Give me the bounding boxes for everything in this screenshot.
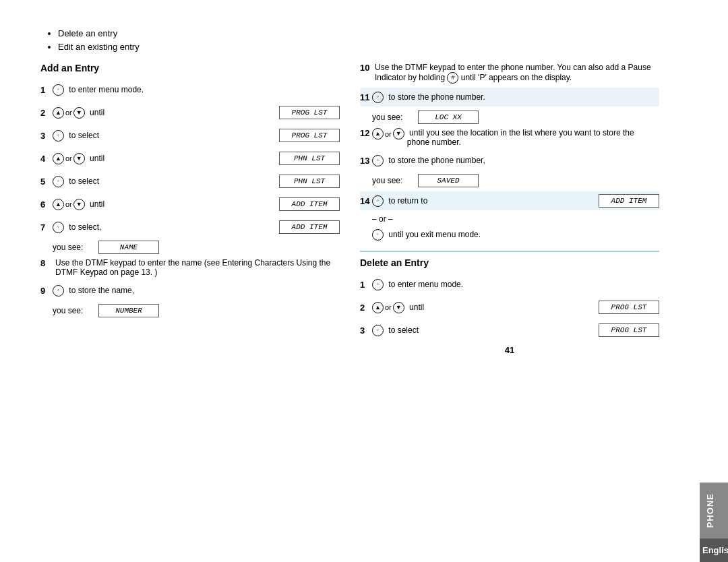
menu-icon-14b: ◦ — [372, 229, 384, 241]
menu-icon-d3: ◦ — [372, 325, 384, 336]
you-see-9-label: you see: — [53, 306, 93, 315]
col-left: Add an Entry 1 ◦ to enter menu mode. 2 ▲… — [40, 63, 340, 535]
down-icon-6: ▼ — [73, 199, 85, 210]
or-label-d2: or — [385, 303, 392, 311]
section-divider — [360, 251, 659, 252]
step-4-text: until — [85, 154, 279, 163]
step-13-num: 13 — [360, 156, 372, 166]
menu-icon-14: ◦ — [372, 195, 384, 207]
step-14-row: 14 ◦ to return to ADD ITEM — [360, 191, 659, 210]
lcd-you-see-7: NAME — [98, 241, 159, 254]
down-icon-d2: ▼ — [393, 302, 404, 313]
del-step-1-num: 1 — [360, 280, 372, 290]
step-13-text: to store the phone number, — [384, 156, 659, 165]
step-7-num: 7 — [40, 222, 53, 232]
step-8-text: Use the DTMF keypad to enter the name (s… — [53, 258, 340, 277]
menu-icon-13: ◦ — [372, 155, 384, 166]
lcd-7: ADD ITEM — [279, 220, 340, 234]
step-3-num: 3 — [40, 131, 53, 141]
up-icon-d2: ▲ — [372, 302, 384, 313]
top-bullets: Delete an entry Edit an existing entry — [40, 27, 659, 53]
two-col-layout: Add an Entry 1 ◦ to enter menu mode. 2 ▲… — [40, 63, 659, 535]
del-step-1-row: 1 ◦ to enter menu mode. — [360, 275, 659, 294]
down-icon-2: ▼ — [73, 107, 85, 119]
or-label-2: or — [65, 108, 72, 117]
or-label-12: or — [385, 130, 392, 138]
del-step-2-row: 2 ▲ or ▼ until PROG LST — [360, 298, 659, 317]
you-see-11-label: you see: — [372, 113, 413, 122]
del-step-3-num: 3 — [360, 325, 372, 336]
menu-icon-3: ◦ — [53, 130, 64, 142]
step-1-num: 1 — [40, 85, 53, 95]
del-step-3-row: 3 ◦ to select PROG LST — [360, 321, 659, 340]
step-12-num: 12 — [360, 128, 372, 138]
step-13-row: 13 ◦ to store the phone number, — [360, 151, 659, 170]
step-6-row: 6 ▲ or ▼ until ADD ITEM — [40, 195, 340, 214]
lcd-5: PHN LST — [279, 175, 340, 188]
lcd-6: ADD ITEM — [279, 197, 340, 211]
page-content: Delete an entry Edit an existing entry A… — [0, 0, 728, 562]
step-12-row: 12 ▲ or ▼ until you see the location in … — [360, 128, 659, 147]
lcd-4: PHN LST — [279, 152, 340, 165]
step-14b-text: until you exit menu mode. — [384, 230, 659, 239]
step-10-num: 10 — [360, 63, 372, 73]
or-label-6: or — [65, 200, 72, 208]
up-icon-4: ▲ — [53, 153, 64, 164]
step-8-row: 8 Use the DTMF keypad to enter the name … — [40, 258, 340, 277]
step-2-row: 2 ▲ or ▼ until PROG LST — [40, 103, 340, 122]
step-8-num: 8 — [40, 258, 53, 268]
step-3-row: 3 ◦ to select PROG LST — [40, 126, 340, 145]
step-5-num: 5 — [40, 177, 53, 187]
menu-icon-d1: ◦ — [372, 279, 384, 290]
down-icon-12: ▼ — [393, 128, 404, 139]
step-9-text: to store the name, — [64, 286, 340, 295]
step-1-row: 1 ◦ to enter menu mode. — [40, 80, 340, 99]
step-5-text: to select — [64, 177, 279, 186]
step-7-row: 7 ◦ to select, ADD ITEM — [40, 218, 340, 237]
you-see-13-label: you see: — [372, 176, 413, 185]
del-step-2-text: until — [404, 303, 599, 312]
step-6-num: 6 — [40, 199, 53, 210]
menu-icon-1: ◦ — [53, 84, 64, 96]
or-text: – or – — [372, 214, 659, 224]
delete-entry-title: Delete an Entry — [360, 257, 659, 268]
step-14-num: 14 — [360, 196, 372, 206]
bullet-1: Delete an entry — [58, 27, 659, 40]
menu-icon-7: ◦ — [53, 222, 64, 233]
step-1-text: to enter menu mode. — [64, 85, 340, 94]
phone-tab: PHONE — [700, 482, 728, 538]
step-14b-row: ◦ until you exit menu mode. — [360, 225, 659, 244]
step-10-text: Use the DTMF keypad to enter the phone n… — [372, 63, 659, 84]
page-number: 41 — [360, 345, 659, 355]
step-11-row: 11 ◦ to store the phone number. — [360, 88, 659, 106]
step-12-text: until you see the location in the list w… — [404, 128, 659, 147]
step-10-row: 10 Use the DTMF keypad to enter the phon… — [360, 63, 659, 84]
menu-icon-11: ◦ — [372, 92, 384, 103]
lcd-you-see-13: SAVED — [418, 174, 479, 187]
step-5-row: 5 ◦ to select PHN LST — [40, 172, 340, 191]
step-12-icons: ▲ or ▼ — [372, 128, 404, 139]
right-tab: PHONE English — [700, 0, 728, 562]
bullet-2: Edit an existing entry — [58, 40, 659, 54]
step-11-text: to store the phone number. — [384, 92, 659, 102]
you-see-11-row: you see: LOC XX — [372, 111, 659, 124]
step-9-row: 9 ◦ to store the name, — [40, 281, 340, 300]
del-step-3-text: to select — [384, 325, 599, 335]
step-2-text: until — [85, 108, 279, 117]
up-icon-12: ▲ — [372, 128, 384, 139]
add-entry-title: Add an Entry — [40, 63, 340, 73]
you-see-7-row: you see: NAME — [53, 241, 340, 254]
del-step-1-text: to enter menu mode. — [384, 280, 659, 289]
you-see-7-label: you see: — [53, 243, 93, 252]
step-6-text: until — [85, 199, 279, 209]
down-icon-4: ▼ — [73, 153, 85, 164]
english-tab: English — [700, 538, 728, 562]
step-9-num: 9 — [40, 286, 53, 296]
col-right: 10 Use the DTMF keypad to enter the phon… — [360, 63, 659, 535]
menu-icon-9: ◦ — [53, 285, 64, 296]
step-4-num: 4 — [40, 154, 53, 164]
up-icon-2: ▲ — [53, 107, 64, 119]
step-14-text: to return to — [384, 196, 599, 206]
step-2-num: 2 — [40, 108, 53, 118]
del-step-2-num: 2 — [360, 303, 372, 313]
